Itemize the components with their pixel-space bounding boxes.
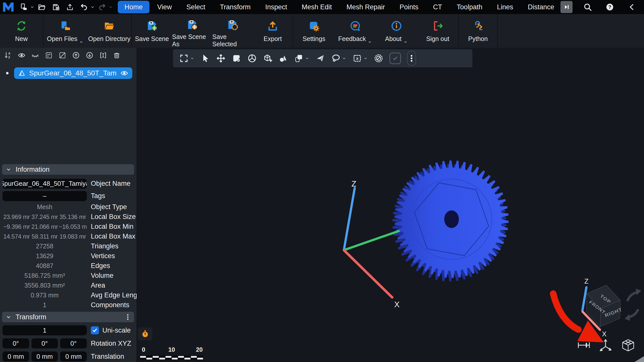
tab-toolpath[interactable]: Toolpath xyxy=(450,1,489,13)
ruler-segment xyxy=(152,355,159,360)
tab-ct[interactable]: CT xyxy=(426,1,449,13)
duplicate-icon xyxy=(294,54,304,63)
ribbon-item-label: Feedback xyxy=(338,35,372,42)
3d-viewport[interactable]: Z X TOP FRONT RIGHT Z X xyxy=(138,48,644,362)
open-file-button[interactable] xyxy=(18,2,29,13)
rotation-input[interactable]: 0° xyxy=(31,338,58,348)
kebab-icon xyxy=(407,51,416,66)
tab-distance[interactable]: Distance xyxy=(521,1,561,13)
ribbon-export-button[interactable]: Export xyxy=(253,14,293,48)
ruler-segment-top xyxy=(140,356,146,358)
tree-item-spurgear[interactable]: SpurGear_06_48_50T_Tamiya xyxy=(14,67,132,79)
gear-mesh-object[interactable] xyxy=(392,160,509,282)
plane-button[interactable] xyxy=(315,54,325,63)
information-section-header[interactable]: Information xyxy=(2,164,134,175)
rename-button[interactable] xyxy=(99,51,107,59)
ribbon-open-files-button[interactable]: Open Files xyxy=(43,14,87,48)
collapse-button[interactable] xyxy=(626,2,637,13)
primitives-button[interactable] xyxy=(278,54,288,63)
ribbon-open-directory-button[interactable]: Open Directory xyxy=(87,14,131,48)
face-tools-button[interactable] xyxy=(232,54,241,63)
move-button[interactable] xyxy=(216,54,226,63)
tab-lines[interactable]: Lines xyxy=(490,1,520,13)
confirm-button[interactable] xyxy=(389,53,401,64)
tab-inspect[interactable]: Inspect xyxy=(258,1,294,13)
scale-row: 1 Uni-scale xyxy=(0,324,137,337)
visibility-eye-icon[interactable] xyxy=(120,69,128,77)
info-value: 19.083 mr xyxy=(59,233,87,240)
rotation-input[interactable]: 0° xyxy=(3,338,29,348)
rotation-input[interactable]: 0° xyxy=(60,338,87,348)
tab-view[interactable]: View xyxy=(150,1,179,13)
transform-section-header[interactable]: Transform xyxy=(2,312,134,322)
rotate-view-arrows-icon[interactable] xyxy=(625,289,641,321)
ribbon-about-button[interactable]: About xyxy=(376,14,417,48)
ribbon-save-selected-button[interactable]: Save Selected xyxy=(212,14,253,48)
tab-mesh-repair[interactable]: Mesh Repair xyxy=(340,1,392,13)
ruler-segment-top xyxy=(172,356,178,358)
hide-button[interactable] xyxy=(31,51,39,59)
ribbon-sign-out-button[interactable]: Sign out xyxy=(417,14,458,48)
redo-button[interactable] xyxy=(97,2,108,13)
ruler-segment xyxy=(165,355,172,360)
uniscale-checkbox[interactable] xyxy=(91,326,99,334)
tab-home[interactable]: Home xyxy=(118,1,149,13)
translation-input[interactable]: 0 mm xyxy=(60,351,87,361)
clear-selection-button[interactable] xyxy=(374,54,383,63)
info-row: 0.973 mmAvg Edge Length xyxy=(0,290,137,300)
delete-button[interactable] xyxy=(113,51,121,59)
ruler-label: 0 xyxy=(140,346,147,353)
bounding-box-icon[interactable] xyxy=(623,340,634,351)
ribbon-new-button[interactable]: New xyxy=(0,14,43,48)
ruler-segment-top xyxy=(191,356,197,358)
save-scene-icon xyxy=(146,18,158,34)
ribbon-python-button[interactable]: Python xyxy=(459,14,497,48)
ribbon-settings-button[interactable]: Settings xyxy=(293,14,335,48)
translation-input[interactable]: 0 mm xyxy=(31,351,58,361)
uniform-scale-input[interactable]: 1 xyxy=(3,325,87,335)
undo-button[interactable] xyxy=(78,2,90,13)
ruler-segment xyxy=(184,355,190,360)
move-down-button[interactable] xyxy=(86,51,94,59)
search-button[interactable] xyxy=(582,2,593,13)
tab-mesh-edit[interactable]: Mesh Edit xyxy=(295,1,339,13)
duplicate-button[interactable] xyxy=(294,54,309,63)
corner-resize-grip[interactable] xyxy=(634,356,644,362)
open-folder-button[interactable] xyxy=(36,2,47,13)
select-cursor-button[interactable] xyxy=(200,54,210,63)
tab-select[interactable]: Select xyxy=(180,1,212,13)
deselect-button[interactable] xyxy=(58,51,66,59)
share-button[interactable] xyxy=(64,2,75,13)
info-value-input[interactable]: SpurGear_06_48_50T_Tamiya xyxy=(3,179,87,189)
translation-input[interactable]: 0 mm xyxy=(3,351,29,361)
stopwatch-button[interactable] xyxy=(138,327,152,340)
next-tabs-button[interactable] xyxy=(560,1,573,13)
add-mesh-icon xyxy=(263,54,272,63)
info-row: 1Components xyxy=(0,300,137,310)
box-select-button[interactable]: x xyxy=(352,54,368,63)
sort-az-button[interactable]: AZ xyxy=(4,51,12,59)
info-row: –Tags xyxy=(0,190,137,202)
select-all-button[interactable] xyxy=(45,51,53,59)
move-up-button[interactable] xyxy=(72,51,80,59)
ruler-segment-top xyxy=(153,356,158,358)
ribbon-save-scene-as-button[interactable]: Save Scene As xyxy=(172,14,212,48)
help-button[interactable]: ? xyxy=(604,2,615,13)
tab-transform[interactable]: Transform xyxy=(213,1,257,13)
fit-view-button[interactable] xyxy=(179,54,194,63)
tab-points[interactable]: Points xyxy=(393,1,425,13)
info-value-input[interactable]: – xyxy=(3,191,87,201)
info-value: Mesh xyxy=(3,203,87,211)
ribbon-feedback-button[interactable]: Feedback xyxy=(335,14,376,48)
trackball-button[interactable] xyxy=(247,54,257,63)
transform-menu-kebab-icon[interactable] xyxy=(125,314,131,320)
lasso-button[interactable] xyxy=(331,54,346,63)
info-label: Area xyxy=(91,282,137,289)
save-button[interactable] xyxy=(50,2,61,13)
show-button[interactable] xyxy=(18,51,26,59)
ribbon-save-scene-button[interactable]: Save Scene xyxy=(132,14,172,48)
measure-icon[interactable] xyxy=(578,343,589,348)
more-button[interactable] xyxy=(407,51,416,66)
ruler-segment xyxy=(178,355,184,360)
add-mesh-button[interactable] xyxy=(263,54,272,63)
